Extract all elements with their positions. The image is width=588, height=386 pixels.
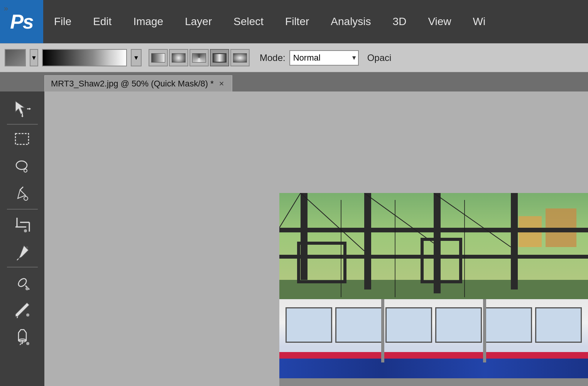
lasso-tool-icon (12, 157, 32, 177)
move-tool[interactable] (5, 95, 39, 122)
train-window-3 (385, 307, 432, 343)
quick-select-tool[interactable] (5, 180, 39, 207)
svg-point-7 (24, 169, 27, 172)
image-display (279, 193, 588, 386)
mode-select[interactable]: Normal Dissolve Multiply Screen Overlay (289, 50, 359, 66)
chevron-down-icon: ▼ (31, 54, 37, 61)
train-window-1 (286, 307, 332, 343)
train-windows-row (286, 307, 582, 343)
svg-rect-34 (422, 239, 461, 282)
reflected-gradient-icon (213, 53, 226, 63)
svg-point-21 (25, 287, 29, 290)
pole-2 (364, 193, 371, 290)
tool-separator-2 (7, 209, 38, 210)
svg-marker-2 (29, 108, 31, 110)
beam-mid (279, 255, 588, 259)
diamond-gradient-icon (233, 53, 247, 63)
beam-top (279, 228, 588, 232)
reflected-gradient-btn[interactable] (210, 49, 229, 66)
crop-tool[interactable] (5, 211, 39, 238)
pole-4 (511, 193, 518, 290)
angle-gradient-btn[interactable] (189, 49, 209, 66)
svg-line-29 (279, 193, 301, 228)
tab-bar: » MRT3_Shaw2.jpg @ 50% (Quick Mask/8) * … (0, 72, 588, 91)
svg-marker-4 (21, 116, 24, 117)
menu-layer[interactable]: Layer (174, 0, 223, 43)
pole-3 (434, 193, 441, 293)
tool-separator-1 (7, 124, 38, 125)
lasso-tool[interactable] (5, 153, 39, 180)
document-tab-title: MRT3_Shaw2.jpg @ 50% (Quick Mask/8) * (51, 79, 214, 89)
document-tab-close[interactable]: × (218, 78, 226, 90)
options-bar: ▼ ▼ Mode: Normal Dissolve Multiply Scree… (0, 43, 588, 72)
main-area (0, 91, 588, 386)
svg-line-9 (20, 187, 23, 190)
menu-filter[interactable]: Filter (274, 0, 320, 43)
gradient-preview[interactable] (42, 49, 127, 66)
menu-file[interactable]: File (43, 0, 82, 43)
menu-analysis[interactable]: Analysis (320, 0, 382, 43)
eyedropper-tool[interactable] (5, 238, 39, 265)
angle-gradient-icon (192, 53, 206, 63)
linear-gradient-icon (151, 53, 165, 63)
menu-wi[interactable]: Wi (462, 0, 497, 43)
train-track-ground (279, 378, 588, 386)
train-window-2 (335, 307, 382, 343)
svg-point-25 (26, 342, 29, 345)
radial-gradient-btn[interactable] (169, 49, 188, 66)
svg-line-28 (434, 193, 511, 247)
svg-point-10 (24, 196, 28, 200)
fg-bg-preview[interactable] (5, 49, 26, 66)
double-chevron-icon: » (4, 4, 8, 13)
svg-marker-0 (15, 101, 25, 114)
mode-label: Mode: (260, 52, 286, 63)
paint-brush-icon (12, 300, 32, 320)
svg-line-27 (364, 193, 434, 243)
panels-expand-indicator[interactable]: » (4, 4, 8, 13)
healing-brush-icon (12, 273, 32, 293)
svg-point-23 (26, 313, 29, 317)
menu-3d[interactable]: 3D (382, 0, 417, 43)
train-container (279, 290, 588, 386)
toolbar (0, 91, 44, 386)
gradient-type-buttons (149, 49, 250, 66)
marquee-tool[interactable] (5, 126, 39, 153)
ps-logo-text: Ps (10, 10, 33, 33)
pole-1 (301, 193, 308, 280)
train-red-stripe (279, 352, 588, 358)
linear-gradient-btn[interactable] (149, 49, 168, 66)
train-door-1 (381, 299, 384, 362)
train-window-4 (435, 307, 482, 343)
svg-line-17 (17, 259, 19, 260)
menu-select[interactable]: Select (223, 0, 274, 43)
menu-image[interactable]: Image (122, 0, 174, 43)
menu-edit[interactable]: Edit (82, 0, 122, 43)
svg-point-18 (26, 246, 28, 249)
train-body-main (279, 299, 588, 378)
train-image (279, 193, 588, 386)
diamond-gradient-btn[interactable] (230, 49, 250, 66)
train-blue-stripe (279, 359, 588, 378)
paint-brush-tool[interactable] (5, 296, 39, 323)
chevron-down-icon-2: ▼ (133, 54, 139, 61)
menu-bar: Ps File Edit Image Layer Select Filter A… (0, 0, 588, 43)
menu-items: File Edit Image Layer Select Filter Anal… (43, 0, 496, 43)
tool-separator-3 (7, 267, 38, 267)
opacity-label: Opaci (367, 52, 392, 63)
train-window-5 (485, 307, 532, 343)
fg-bg-dropdown[interactable]: ▼ (30, 49, 38, 66)
svg-point-16 (24, 229, 27, 232)
train-window-6 (535, 307, 582, 343)
svg-rect-5 (15, 134, 29, 144)
canvas-area[interactable] (44, 91, 588, 386)
document-tab[interactable]: MRT3_Shaw2.jpg @ 50% (Quick Mask/8) * × (44, 75, 232, 91)
healing-brush-tool[interactable] (5, 269, 39, 296)
bucket-tool-icon (12, 327, 32, 347)
mode-dropdown-container: Normal Dissolve Multiply Screen Overlay … (289, 50, 359, 66)
marquee-tool-icon (12, 130, 32, 150)
move-tool-icon (12, 99, 32, 119)
radial-gradient-icon (172, 53, 186, 63)
bucket-tool[interactable] (5, 323, 39, 350)
menu-view[interactable]: View (417, 0, 462, 43)
gradient-dropdown[interactable]: ▼ (131, 49, 142, 66)
